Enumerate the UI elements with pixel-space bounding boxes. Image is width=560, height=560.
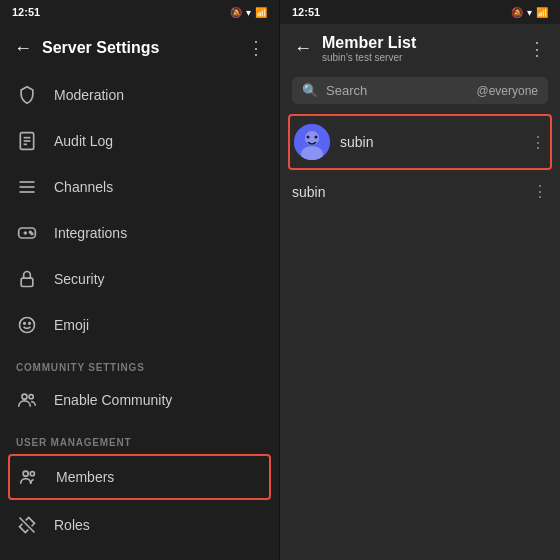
member-more-subin-1[interactable]: ⋮ xyxy=(530,133,546,152)
svg-point-13 xyxy=(20,318,35,333)
file-icon xyxy=(16,130,38,152)
right-status-icons: 🔕 ▾ 📶 xyxy=(511,7,548,18)
left-header-title: Server Settings xyxy=(42,39,237,57)
right-panel: 12:51 🔕 ▾ 📶 ← Member List subin's test s… xyxy=(280,0,560,560)
menu-item-members[interactable]: Members xyxy=(8,454,271,500)
right-status-bar: 12:51 🔕 ▾ 📶 xyxy=(280,0,560,24)
svg-point-25 xyxy=(307,136,310,139)
right-panel-title: Member List xyxy=(322,34,518,52)
search-bar[interactable]: 🔍 Search @everyone xyxy=(292,77,548,104)
moderation-label: Moderation xyxy=(54,87,124,103)
member-list: subin ⋮ subin ⋮ xyxy=(280,112,560,560)
svg-point-18 xyxy=(23,471,28,476)
member-item-subin-2[interactable]: subin ⋮ xyxy=(280,172,560,211)
left-status-time: 12:51 xyxy=(12,6,40,18)
svg-point-19 xyxy=(30,472,34,476)
member-name-subin-1: subin xyxy=(340,134,520,150)
gamepad-icon xyxy=(16,222,38,244)
right-title-block: Member List subin's test server xyxy=(322,34,518,63)
menu-item-security[interactable]: Security xyxy=(0,256,279,302)
menu-item-audit-log[interactable]: Audit Log xyxy=(0,118,279,164)
members-icon xyxy=(18,466,40,488)
no-sound-icon-right: 🔕 xyxy=(511,7,523,18)
svg-rect-12 xyxy=(21,278,33,286)
security-label: Security xyxy=(54,271,105,287)
svg-point-11 xyxy=(31,233,33,235)
member-name-subin-2: subin xyxy=(292,184,522,200)
wifi-icon: 📶 xyxy=(255,7,267,18)
shield-icon xyxy=(16,84,38,106)
right-status-time: 12:51 xyxy=(292,6,320,18)
member-more-subin-2[interactable]: ⋮ xyxy=(532,182,548,201)
left-status-icons: 🔕 ▾ 📶 xyxy=(230,7,267,18)
search-input[interactable]: Search xyxy=(326,83,468,98)
audit-log-label: Audit Log xyxy=(54,133,113,149)
svg-point-14 xyxy=(24,323,26,325)
search-icon: 🔍 xyxy=(302,83,318,98)
right-header: ← Member List subin's test server ⋮ xyxy=(280,24,560,73)
right-more-button[interactable]: ⋮ xyxy=(528,38,546,60)
menu-item-emoji[interactable]: Emoji xyxy=(0,302,279,348)
svg-point-17 xyxy=(29,395,33,399)
menu-item-channels[interactable]: Channels xyxy=(0,164,279,210)
emoji-icon xyxy=(16,314,38,336)
menu-item-integrations[interactable]: Integrations xyxy=(0,210,279,256)
left-status-bar: 12:51 🔕 ▾ 📶 xyxy=(0,0,279,24)
menu-item-moderation[interactable]: Moderation xyxy=(0,72,279,118)
roles-icon xyxy=(16,514,38,536)
community-icon xyxy=(16,389,38,411)
left-panel: 12:51 🔕 ▾ 📶 ← Server Settings ⋮ Moderati… xyxy=(0,0,280,560)
lock-icon xyxy=(16,268,38,290)
signal-icon: ▾ xyxy=(246,7,251,18)
integrations-label: Integrations xyxy=(54,225,127,241)
svg-point-26 xyxy=(315,136,318,139)
left-menu-content: Moderation Audit Log xyxy=(0,72,279,560)
svg-point-15 xyxy=(29,323,31,325)
user-management-header: USER MANAGEMENT xyxy=(0,423,279,452)
channels-label: Channels xyxy=(54,179,113,195)
menu-item-invites[interactable]: Invites xyxy=(0,548,279,560)
signal-icon-right: ▾ xyxy=(527,7,532,18)
community-settings-header: COMMUNITY SETTINGS xyxy=(0,348,279,377)
right-panel-subtitle: subin's test server xyxy=(322,52,518,63)
emoji-label: Emoji xyxy=(54,317,89,333)
right-back-button[interactable]: ← xyxy=(294,38,312,59)
member-avatar-subin-1 xyxy=(294,124,330,160)
left-header: ← Server Settings ⋮ xyxy=(0,24,279,72)
search-tag: @everyone xyxy=(476,84,538,98)
svg-point-16 xyxy=(22,394,27,399)
members-label: Members xyxy=(56,469,114,485)
left-more-button[interactable]: ⋮ xyxy=(247,37,265,59)
wifi-icon-right: 📶 xyxy=(536,7,548,18)
menu-item-roles[interactable]: Roles xyxy=(0,502,279,548)
menu-item-enable-community[interactable]: Enable Community xyxy=(0,377,279,423)
enable-community-label: Enable Community xyxy=(54,392,172,408)
member-item-subin-1[interactable]: subin ⋮ xyxy=(288,114,552,170)
left-back-button[interactable]: ← xyxy=(14,38,32,59)
roles-label: Roles xyxy=(54,517,90,533)
list-icon xyxy=(16,176,38,198)
no-sound-icon: 🔕 xyxy=(230,7,242,18)
